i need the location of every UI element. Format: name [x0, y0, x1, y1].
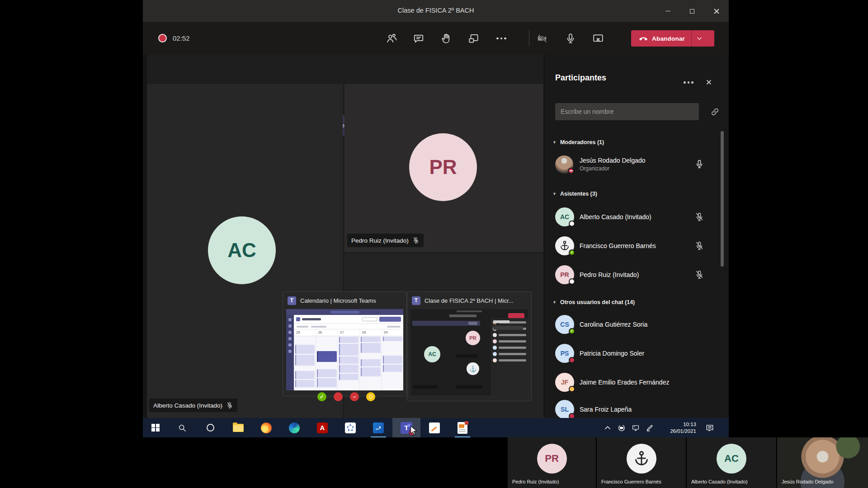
screen-record-tray-icon[interactable] [614, 418, 628, 437]
windows-ink-tray-icon[interactable] [642, 418, 656, 437]
mic-muted-icon[interactable] [694, 270, 705, 281]
microphone-button[interactable] [561, 28, 580, 48]
participant-row-alberto[interactable]: AC Alberto Casado (Invitado) [545, 207, 722, 231]
status-busy-button[interactable] [334, 392, 343, 401]
tile-name-label: Alberto Casado (Invitado) [691, 479, 748, 484]
minimize-button[interactable] [656, 0, 680, 22]
network-tray-icon[interactable] [628, 418, 642, 437]
calendar-screenshot: 25 26 27 28 29 [286, 309, 403, 390]
firefox-button[interactable] [252, 418, 280, 437]
link-icon [710, 107, 720, 117]
close-button[interactable] [704, 0, 729, 22]
more-icon [496, 38, 506, 40]
recording-indicator-icon [158, 34, 167, 42]
share-tray-close-button[interactable] [588, 28, 608, 48]
share-invite-link-button[interactable] [709, 106, 721, 117]
window-preview-calendar[interactable]: T Calendario | Microsoft Teams 25 26 27 … [283, 291, 407, 396]
impress-button[interactable] [448, 418, 476, 437]
minimize-icon [665, 11, 670, 12]
avatar-pedro: PR [409, 133, 477, 201]
participant-row-patricia[interactable]: PS Patricia Domingo Soler [545, 344, 722, 367]
presence-away-badge [569, 386, 575, 392]
start-button[interactable] [143, 418, 168, 437]
participant-row-sara[interactable]: SL Sara Froiz Lapeña [545, 400, 722, 418]
tile-name-label: Jesús Rodado Delgado [782, 479, 833, 484]
taskbar-search-button[interactable] [168, 418, 196, 437]
panel-more-button[interactable] [684, 81, 693, 84]
open-app-indicator [371, 436, 386, 437]
status-dnd-button[interactable]: – [350, 392, 359, 401]
geogebra-button[interactable] [336, 418, 364, 437]
mic-muted-icon[interactable] [694, 212, 705, 223]
section-moderators[interactable]: ▼ Moderadores (1) [552, 139, 604, 145]
teams-logo-icon: T [412, 296, 420, 305]
cortana-button[interactable] [196, 418, 224, 437]
tile-name-label: Francisco Guerrero Barnés [601, 479, 661, 484]
participant-row-francisco[interactable]: ✓ Francisco Guerrero Barnés [545, 236, 722, 260]
mic-muted-icon [226, 402, 233, 409]
more-actions-button[interactable] [491, 28, 511, 48]
share-content-button[interactable] [464, 28, 484, 48]
clock-time: 10:13 [656, 421, 696, 428]
participants-button[interactable] [382, 28, 401, 48]
avatar-anchor: ✓ [555, 236, 574, 255]
mail-icon [373, 422, 384, 433]
window-titlebar: Clase de FISICA 2º BACH [143, 0, 729, 22]
filmstrip-tile-pedro[interactable]: PR Pedro Ruiz (Invitado) [508, 437, 596, 488]
raise-hand-button[interactable] [436, 28, 456, 48]
avatar-initials: PR [555, 265, 574, 284]
window-preview-meeting[interactable]: T Clase de FISICA 2º BACH | Micr... PR A… [407, 291, 532, 401]
filmstrip-tile-francisco[interactable]: Francisco Guerrero Barnés [597, 437, 686, 488]
section-other-chat-users[interactable]: ▼ Otros usuarios del chat (14) [552, 299, 635, 305]
impress-icon [458, 422, 467, 434]
shared-screen-region: Clase de FISICA 2º BACH 02:52 Aban [143, 0, 729, 437]
filmstrip-tile-jesus-video[interactable]: Jesús Rodado Delgado [777, 437, 868, 488]
preview-header: T Clase de FISICA 2º BACH | Micr... [407, 292, 531, 309]
chat-button[interactable] [409, 28, 429, 48]
panel-title: Participantes [555, 73, 606, 83]
avatar-photo [555, 155, 573, 174]
acrobat-button[interactable]: A [308, 418, 336, 437]
edge-button[interactable] [280, 418, 308, 437]
leave-label: Abandonar [652, 35, 685, 42]
folder-icon [233, 424, 244, 432]
status-away-button[interactable] [366, 392, 375, 401]
cortana-icon [207, 424, 214, 432]
mail-button[interactable] [364, 418, 392, 437]
teams-logo-icon: T [288, 296, 296, 305]
participant-row-jesus[interactable]: Jesús Rodado Delgado Organizador [545, 155, 722, 179]
chevron-up-icon [604, 424, 612, 432]
filmstrip-tile-alberto[interactable]: AC Alberto Casado (Invitado) [687, 437, 776, 488]
action-center-button[interactable] [700, 418, 720, 437]
camera-off-button[interactable] [533, 28, 552, 48]
mic-muted-icon[interactable] [694, 241, 705, 252]
avatar-initials: CS✓ [555, 315, 574, 334]
mic-on-icon[interactable] [694, 159, 705, 170]
tray-chevron-up-button[interactable] [600, 418, 614, 437]
windows-taskbar: A T 10:13 26/01/2021 [143, 418, 729, 437]
presence-dnd-badge [568, 168, 574, 174]
close-icon [707, 80, 712, 85]
whiteboard-button[interactable] [420, 418, 448, 437]
presence-quickset-row: ✓ – [317, 392, 375, 401]
file-explorer-button[interactable] [224, 418, 252, 437]
status-available-button[interactable]: ✓ [317, 392, 326, 401]
panel-close-button[interactable] [703, 77, 714, 88]
section-attendees[interactable]: ▼ Asistentes (3) [552, 191, 597, 197]
taskbar-clock[interactable]: 10:13 26/01/2021 [656, 421, 700, 435]
leave-button[interactable]: Abandonar [631, 30, 714, 47]
meeting-stage: Está grabando Está grabando esta reunión… [147, 54, 543, 418]
participant-row-jaime[interactable]: JF Jaime Emilio Erades Fernández [545, 373, 722, 396]
chevron-down-icon: ▼ [552, 140, 557, 145]
toolbar-divider [529, 30, 529, 47]
leave-options-button[interactable] [692, 35, 707, 42]
participant-row-carolina[interactable]: CS✓ Carolina Gutiérrez Soria [545, 315, 722, 338]
mic-muted-icon [412, 237, 420, 244]
participant-search-input[interactable] [555, 103, 699, 120]
avatar-initials: JF [555, 373, 574, 392]
mini-calendar-body: 25 26 27 28 29 [294, 315, 403, 390]
mini-participants-panel [491, 318, 528, 395]
edge-icon [289, 422, 300, 433]
participant-row-pedro[interactable]: PR Pedro Ruiz (Invitado) [545, 265, 722, 289]
maximize-button[interactable] [680, 0, 704, 22]
